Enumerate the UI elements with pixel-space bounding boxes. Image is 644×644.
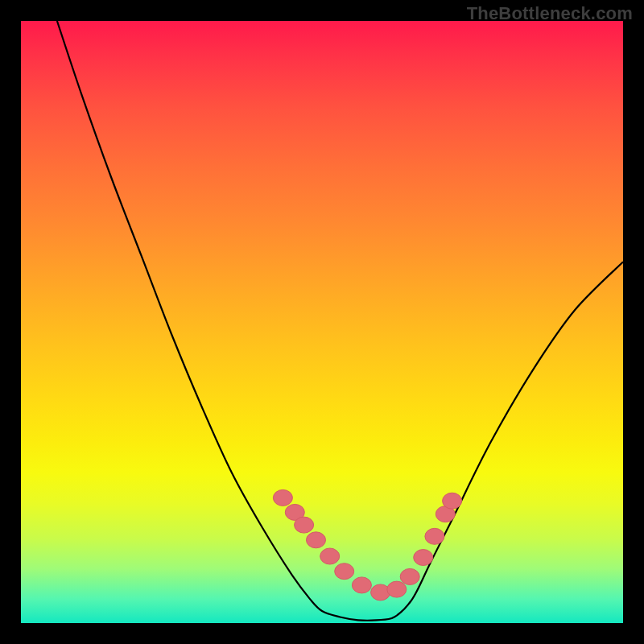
chart-svg-layer bbox=[0, 0, 644, 644]
highlighted-point bbox=[387, 581, 407, 597]
highlighted-point bbox=[425, 528, 444, 544]
highlighted-point bbox=[307, 532, 326, 548]
highlighted-point bbox=[295, 517, 314, 533]
bottleneck-curve bbox=[57, 21, 623, 621]
highlighted-point bbox=[335, 564, 354, 580]
highlighted-point bbox=[352, 577, 371, 593]
highlighted-point bbox=[443, 493, 462, 509]
highlighted-point bbox=[414, 550, 433, 566]
highlighted-point bbox=[400, 568, 419, 584]
highlighted-point bbox=[273, 489, 292, 506]
highlighted-points-group bbox=[273, 489, 461, 601]
highlighted-point bbox=[320, 548, 340, 564]
